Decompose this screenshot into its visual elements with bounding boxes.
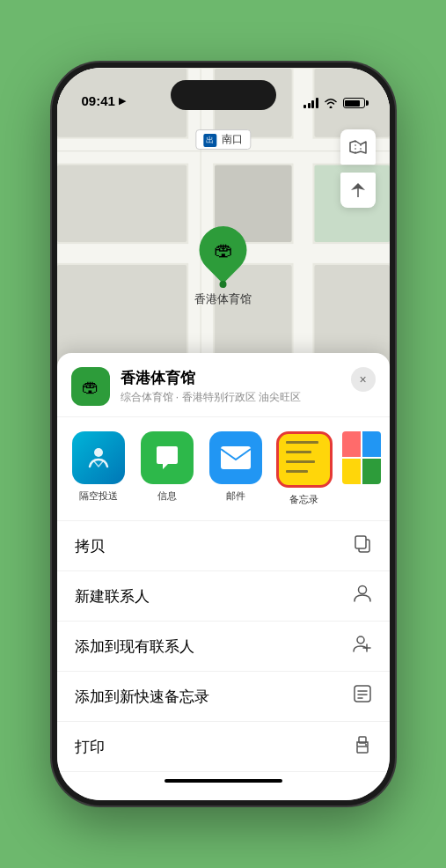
copy-label: 拷贝 <box>75 536 105 556</box>
home-indicator <box>165 779 282 783</box>
copy-icon <box>353 533 372 558</box>
phone-frame: 09:41 ▶ <box>52 63 395 805</box>
svg-rect-21 <box>355 536 366 548</box>
mail-label: 邮件 <box>226 489 245 503</box>
action-add-notes[interactable]: 添加到新快速备忘录 <box>57 672 390 722</box>
location-arrow-icon <box>349 181 367 199</box>
status-icons <box>303 98 365 108</box>
map-label-flag: 出 <box>203 134 216 147</box>
notes-icon <box>276 431 333 488</box>
new-contact-label: 新建联系人 <box>75 586 150 607</box>
wifi-icon <box>324 98 338 108</box>
notes-line-1 <box>286 441 319 444</box>
close-button[interactable]: × <box>351 367 376 392</box>
action-add-existing[interactable]: 添加到现有联系人 <box>57 622 390 672</box>
location-subtitle: 综合体育馆 · 香港特别行政区 油尖旺区 <box>121 390 376 405</box>
map-label-text: 南口 <box>222 133 243 145</box>
share-item-mail[interactable]: 邮件 <box>205 431 267 506</box>
person-add-icon <box>353 634 372 658</box>
notes-line-3 <box>286 460 316 463</box>
share-item-more[interactable] <box>342 431 381 506</box>
phone-screen: 09:41 ▶ <box>57 68 390 800</box>
svg-point-32 <box>365 744 367 746</box>
map-label: 出 南口 <box>195 129 251 150</box>
quick-notes-icon <box>353 684 372 709</box>
mail-symbol <box>220 445 252 470</box>
svg-point-18 <box>94 448 103 457</box>
location-arrow-icon: ▶ <box>119 95 126 107</box>
location-pin: 🏟 香港体育馆 <box>194 226 252 307</box>
messages-symbol <box>152 443 182 473</box>
signal-bars-icon <box>303 98 318 108</box>
share-item-airdrop[interactable]: 隔空投送 <box>68 431 129 506</box>
map-type-button[interactable] <box>340 129 376 165</box>
svg-rect-26 <box>355 686 370 702</box>
mail-icon <box>209 431 262 484</box>
action-new-contact[interactable]: 新建联系人 <box>57 571 390 622</box>
bottom-sheet: 🏟 香港体育馆 综合体育馆 · 香港特别行政区 油尖旺区 × <box>57 353 390 800</box>
location-button[interactable] <box>340 173 376 208</box>
battery-icon <box>343 98 365 108</box>
location-icon-wrap: 🏟 <box>71 367 110 406</box>
person-icon <box>353 584 372 608</box>
svg-rect-30 <box>357 747 368 753</box>
add-notes-label: 添加到新快速备忘录 <box>75 687 209 707</box>
share-row: 隔空投送 信息 <box>57 417 390 521</box>
location-venue-icon: 🏟 <box>82 377 99 397</box>
print-icon <box>353 734 372 759</box>
dynamic-island <box>171 80 276 110</box>
location-header: 🏟 香港体育馆 综合体育馆 · 香港特别行政区 油尖旺区 × <box>57 353 390 417</box>
notes-line-4 <box>286 470 308 473</box>
airdrop-icon <box>72 431 125 484</box>
location-name: 香港体育馆 <box>121 368 376 388</box>
share-item-notes[interactable]: 备忘录 <box>274 431 335 506</box>
status-time: 09:41 <box>82 93 115 108</box>
share-item-messages[interactable]: 信息 <box>136 431 198 506</box>
notes-label: 备忘录 <box>289 493 318 506</box>
print-label: 打印 <box>75 737 105 757</box>
more-apps-icon <box>342 431 381 484</box>
messages-label: 信息 <box>157 489 177 503</box>
notes-line-2 <box>286 451 311 453</box>
airdrop-symbol <box>84 444 113 472</box>
messages-icon <box>141 431 194 484</box>
airdrop-label: 隔空投送 <box>79 489 118 503</box>
pin-label: 香港体育馆 <box>194 291 252 307</box>
map-type-icon <box>348 137 368 157</box>
map-controls <box>340 129 376 208</box>
location-info: 香港体育馆 综合体育馆 · 香港特别行政区 油尖旺区 <box>121 368 376 405</box>
action-print[interactable]: 打印 <box>57 722 390 772</box>
svg-rect-19 <box>221 446 251 469</box>
add-existing-label: 添加到现有联系人 <box>75 636 194 657</box>
svg-rect-8 <box>57 166 186 243</box>
svg-point-22 <box>358 586 366 594</box>
action-copy[interactable]: 拷贝 <box>57 521 390 571</box>
svg-point-23 <box>357 636 364 644</box>
